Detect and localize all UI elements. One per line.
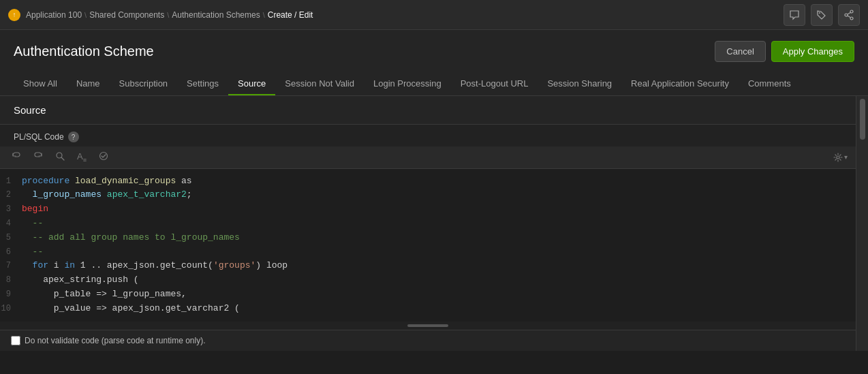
redo-icon: [33, 151, 43, 161]
gear-icon: [833, 153, 843, 162]
editor-toolbar-left: A≡: [8, 149, 112, 166]
bottom-bar: Do not validate code (parse code at runt…: [0, 330, 856, 351]
plsql-label-row: PL/SQL Code ?: [0, 125, 856, 146]
breadcrumb-sep-2: \: [167, 11, 169, 19]
search-button[interactable]: [52, 149, 68, 165]
settings-dropdown[interactable]: ▾: [833, 153, 848, 162]
font-size-button[interactable]: A≡: [74, 149, 90, 166]
line-num-9: 9: [0, 288, 22, 301]
scroll-thumb: [407, 324, 448, 327]
left-panel: Source PL/SQL Code ?: [0, 96, 856, 351]
top-bar-icons: [784, 4, 860, 26]
code-line-9: 9 p_table => l_group_names,: [0, 287, 856, 302]
breadcrumb-auth[interactable]: Authentication Schemes: [172, 10, 260, 20]
svg-line-7: [61, 157, 64, 160]
code-line-8: 8 apex_string.push (: [0, 273, 856, 287]
validate-checkbox-label: Do not validate code (parse code at runt…: [25, 336, 205, 345]
line-num-6: 6: [0, 246, 22, 259]
undo-button[interactable]: [8, 149, 25, 165]
svg-point-0: [819, 12, 820, 14]
check-icon: [99, 151, 108, 161]
vertical-scrollbar-thumb[interactable]: [860, 99, 865, 140]
search-icon: [55, 151, 65, 161]
breadcrumb-sep-3: \: [263, 11, 265, 19]
svg-point-8: [99, 153, 107, 160]
code-line-3: 3 begin: [0, 202, 856, 217]
undo-icon: [12, 151, 21, 161]
tab-login-processing[interactable]: Login Processing: [364, 73, 451, 95]
apply-changes-button[interactable]: Apply Changes: [771, 41, 854, 62]
line-num-8: 8: [0, 274, 22, 287]
tab-post-logout-url[interactable]: Post-Logout URL: [451, 73, 538, 95]
tab-subscription[interactable]: Subscription: [110, 73, 178, 95]
svg-line-5: [848, 16, 850, 18]
tab-name[interactable]: Name: [67, 73, 110, 95]
share-icon-button[interactable]: [838, 4, 860, 26]
redo-button[interactable]: [30, 149, 46, 165]
line-code-3: begin: [22, 202, 848, 217]
breadcrumb-current: Create / Edit: [268, 10, 313, 20]
tab-session-sharing[interactable]: Session Sharing: [538, 73, 621, 95]
line-code-5: -- add all group names to l_group_names: [22, 231, 848, 245]
code-line-1: 1 procedure load_dynamic_groups as: [0, 174, 856, 189]
svg-point-1: [850, 10, 853, 13]
line-code-9: p_table => l_group_names,: [22, 287, 848, 302]
line-num-10: 10: [0, 302, 22, 315]
validate-button[interactable]: [95, 149, 112, 165]
code-line-5: 5 -- add all group names to l_group_name…: [0, 231, 856, 245]
plsql-label: PL/SQL Code: [14, 132, 64, 142]
code-line-7: 7 for i in 1 .. apex_json.get_count('gro…: [0, 259, 856, 273]
line-num-4: 4: [0, 217, 22, 230]
line-code-10: p_value => apex_json.get_varchar2 (: [22, 302, 848, 316]
line-code-6: --: [22, 245, 848, 260]
source-section-header: Source: [0, 96, 856, 125]
tab-real-app-security[interactable]: Real Application Security: [621, 73, 739, 95]
top-bar: ↑ Application 100 \ Shared Components \ …: [0, 0, 868, 30]
line-code-2: l_group_names apex_t_varchar2;: [22, 188, 848, 202]
breadcrumb-app[interactable]: Application 100: [26, 10, 82, 20]
breadcrumb: ↑ Application 100 \ Shared Components \ …: [8, 9, 313, 21]
page-title: Authentication Scheme: [14, 44, 154, 59]
tabs-nav: Show All Name Subscription Settings Sour…: [14, 73, 854, 95]
share-icon: [843, 10, 854, 20]
cancel-button[interactable]: Cancel: [715, 41, 765, 62]
tab-comments[interactable]: Comments: [739, 73, 801, 95]
svg-line-4: [848, 12, 850, 14]
validate-checkbox[interactable]: [11, 336, 20, 345]
code-line-2: 2 l_group_names apex_t_varchar2;: [0, 188, 856, 202]
breadcrumb-sep-1: \: [84, 11, 87, 19]
line-code-4: --: [22, 217, 848, 231]
help-icon[interactable]: ?: [68, 131, 79, 142]
svg-point-9: [837, 156, 839, 159]
line-num-5: 5: [0, 232, 22, 245]
code-line-6: 6 --: [0, 245, 856, 260]
editor-toolbar: A≡ ▾: [0, 146, 856, 169]
tab-settings[interactable]: Settings: [177, 73, 228, 95]
svg-point-3: [845, 14, 848, 16]
tag-icon: [816, 10, 827, 20]
settings-dropdown-arrow: ▾: [844, 153, 848, 161]
line-num-2: 2: [0, 189, 22, 202]
line-num-7: 7: [0, 260, 22, 272]
code-editor[interactable]: 1 procedure load_dynamic_groups as 2 l_g…: [0, 169, 856, 322]
comment-icon-button[interactable]: [784, 4, 805, 26]
code-line-4: 4 --: [0, 217, 856, 231]
header-row: Authentication Scheme Cancel Apply Chang…: [14, 41, 854, 62]
tag-icon-button[interactable]: [811, 4, 833, 26]
header-actions: Cancel Apply Changes: [715, 41, 854, 62]
horizontal-scrollbar[interactable]: [0, 322, 856, 330]
line-num-1: 1: [0, 175, 22, 188]
header-area: Authentication Scheme Cancel Apply Chang…: [0, 30, 868, 96]
app-icon: ↑: [8, 9, 20, 21]
tab-show-all[interactable]: Show All: [14, 73, 67, 95]
code-line-10: 10 p_value => apex_json.get_varchar2 (: [0, 302, 856, 316]
comment-icon: [789, 10, 800, 20]
breadcrumb-shared[interactable]: Shared Components: [89, 10, 164, 20]
tab-source[interactable]: Source: [228, 73, 275, 95]
main-content: Source PL/SQL Code ?: [0, 96, 868, 351]
validate-checkbox-wrap: Do not validate code (parse code at runt…: [11, 336, 205, 345]
right-panel: [856, 96, 868, 351]
tab-session-not-valid[interactable]: Session Not Valid: [275, 73, 364, 95]
line-code-1: procedure load_dynamic_groups as: [22, 174, 848, 189]
svg-point-2: [850, 17, 853, 20]
